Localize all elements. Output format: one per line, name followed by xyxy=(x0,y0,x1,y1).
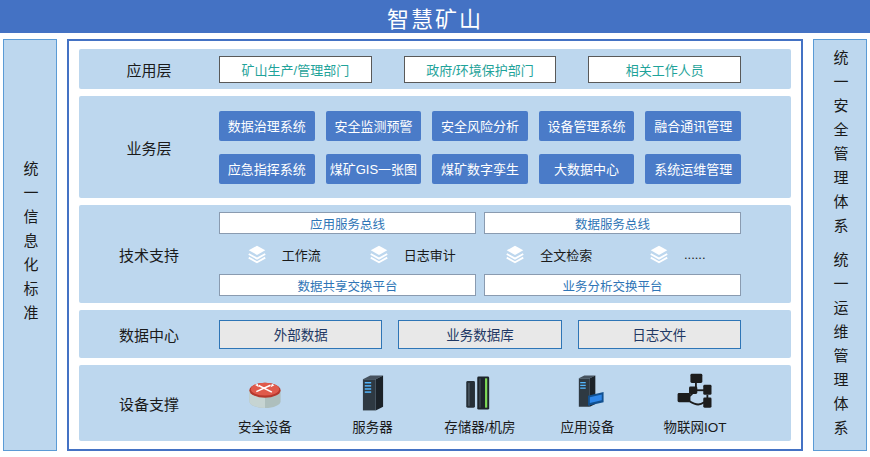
equipment-item: 物联网IOT xyxy=(649,371,741,436)
layers-icon xyxy=(504,243,526,265)
business-layer-label: 业务层 xyxy=(79,137,219,158)
business-system-button[interactable]: 应急指挥系统 xyxy=(219,154,315,184)
equipment-item: 服务器 xyxy=(327,371,419,436)
layers-icon xyxy=(648,243,670,265)
equipment-label: 物联网IOT xyxy=(664,416,727,436)
business-system-button[interactable]: 大数据中心 xyxy=(539,154,635,184)
application-layer-label: 应用层 xyxy=(79,59,219,80)
tech-service: 全文检索 xyxy=(484,240,613,268)
equipment-layer: 设备支撑 xyxy=(79,365,791,441)
layers-icon xyxy=(368,243,390,265)
equipment-label: 应用设备 xyxy=(561,416,615,436)
left-sidebar: 统一信息化标准 xyxy=(3,39,57,451)
tech-support-layer: 技术支持 应用服务总线 工作流 xyxy=(79,205,791,303)
application-layer: 应用层 矿山生产/管理部门 政府/环境保护部门 相关工作人员 xyxy=(79,49,791,89)
service-bus-box[interactable]: 应用服务总线 xyxy=(219,212,476,234)
server-icon xyxy=(351,371,395,415)
data-source-box[interactable]: 外部数据 xyxy=(219,320,382,349)
business-system-button[interactable]: 安全监测预警 xyxy=(326,111,422,141)
right-sidebar-label-ops: 统一运维管理体系 xyxy=(830,252,851,444)
equipment-item: 存储器/机房 xyxy=(434,371,526,436)
equipment-layer-label: 设备支撑 xyxy=(79,393,219,414)
tech-column: 应用服务总线 工作流 xyxy=(219,212,476,296)
tech-service-label: 日志审计 xyxy=(404,245,456,264)
equipment-item: 应用设备 xyxy=(542,371,634,436)
business-system-button[interactable]: 安全风险分析 xyxy=(432,111,528,141)
business-row: 应急指挥系统 煤矿GIS一张图 煤矿数字孪生 大数据中心 系统运维管理 xyxy=(219,154,741,184)
equipment-label: 服务器 xyxy=(352,416,393,436)
application-box[interactable]: 矿山生产/管理部门 xyxy=(219,56,372,83)
platform-box[interactable]: 业务分析交换平台 xyxy=(484,274,741,296)
layers-icon xyxy=(246,243,268,265)
business-system-button[interactable]: 融合通讯管理 xyxy=(645,111,741,141)
data-center-layer-label: 数据中心 xyxy=(79,324,219,345)
business-system-button[interactable]: 数据治理系统 xyxy=(219,111,315,141)
data-source-box[interactable]: 业务数据库 xyxy=(398,320,561,349)
storage-rack-icon xyxy=(458,371,502,415)
diagram-body: 统一信息化标准 应用层 矿山生产/管理部门 政府/环境保护部门 相关工作人员 业… xyxy=(0,39,870,451)
tech-service-label: 全文检索 xyxy=(540,245,592,264)
tech-column: 数据服务总线 全文检索 xyxy=(484,212,741,296)
tech-support-layer-label: 技术支持 xyxy=(79,244,219,265)
tech-service: ...... xyxy=(613,240,742,268)
left-sidebar-label: 统一信息化标准 xyxy=(20,161,41,329)
business-system-button[interactable]: 煤矿GIS一张图 xyxy=(326,154,422,184)
business-layer: 业务层 数据治理系统 安全监测预警 安全风险分析 设备管理系统 融合通讯管理 应… xyxy=(79,96,791,198)
right-sidebar: 统一安全管理体系 统一运维管理体系 xyxy=(813,39,867,451)
security-device-icon xyxy=(243,371,287,415)
right-sidebar-label-security: 统一安全管理体系 xyxy=(830,50,851,242)
tech-service-label: ...... xyxy=(684,247,706,262)
iot-network-icon xyxy=(673,371,717,415)
business-system-button[interactable]: 煤矿数字孪生 xyxy=(432,154,528,184)
tech-service-label: 工作流 xyxy=(282,245,321,264)
platform-box[interactable]: 数据共享交换平台 xyxy=(219,274,476,296)
equipment-label: 安全设备 xyxy=(238,416,292,436)
data-center-layer: 数据中心 外部数据 业务数据库 日志文件 xyxy=(79,310,791,358)
equipment-label: 存储器/机房 xyxy=(444,416,515,436)
application-device-icon xyxy=(566,371,610,415)
tech-service: 工作流 xyxy=(219,240,348,268)
page-title: 智慧矿山 xyxy=(0,0,870,33)
application-box[interactable]: 相关工作人员 xyxy=(588,56,741,83)
business-system-button[interactable]: 设备管理系统 xyxy=(539,111,635,141)
business-row: 数据治理系统 安全监测预警 安全风险分析 设备管理系统 融合通讯管理 xyxy=(219,111,741,141)
architecture-panel: 应用层 矿山生产/管理部门 政府/环境保护部门 相关工作人员 业务层 数据治理系… xyxy=(67,39,803,451)
business-system-button[interactable]: 系统运维管理 xyxy=(645,154,741,184)
service-bus-box[interactable]: 数据服务总线 xyxy=(484,212,741,234)
application-box[interactable]: 政府/环境保护部门 xyxy=(404,56,557,83)
tech-service: 日志审计 xyxy=(348,240,477,268)
data-source-box[interactable]: 日志文件 xyxy=(578,320,741,349)
equipment-item: 安全设备 xyxy=(219,371,311,436)
